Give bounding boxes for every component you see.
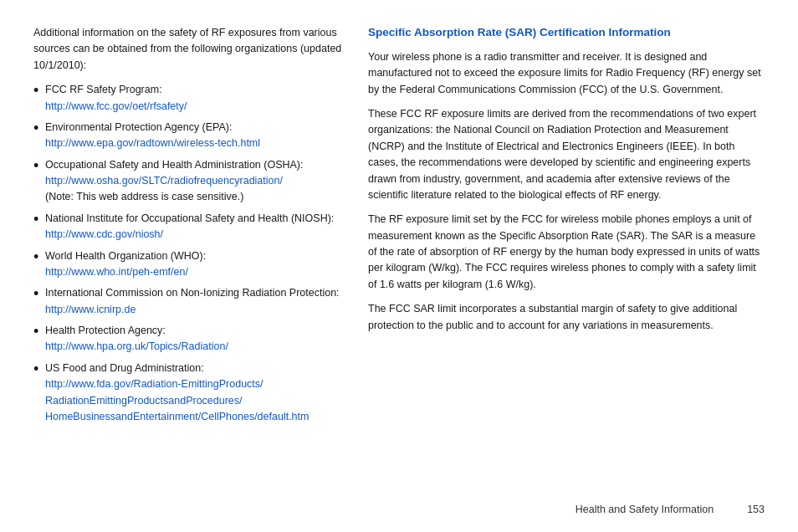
fcc-link[interactable]: http://www.fcc.gov/oet/rfsafety/ (45, 99, 343, 115)
hpa-link[interactable]: http://www.hpa.org.uk/Topics/Radiation/ (45, 339, 343, 355)
bullet-label: Environmental Protection Agency (EPA): (45, 120, 343, 136)
bullet-note: (Note: This web address is case sensitiv… (45, 189, 343, 205)
niosh-link[interactable]: http://www.cdc.gov/niosh/ (45, 227, 343, 243)
list-item: • US Food and Drug Administration: http:… (33, 361, 343, 426)
list-item: • National Institute for Occupational Sa… (33, 211, 343, 243)
bullet-icon: • (33, 120, 45, 136)
right-para-3: The RF exposure limit set by the FCC for… (368, 212, 765, 293)
bullet-label: FCC RF Safety Program: (45, 82, 343, 98)
epa-link[interactable]: http://www.epa.gov/radtown/wireless-tech… (45, 136, 343, 151)
bullet-label: Occupational Safety and Health Administr… (45, 157, 343, 173)
section-title: Specific Absorption Rate (SAR) Certifica… (368, 25, 765, 41)
list-item: • Occupational Safety and Health Adminis… (33, 157, 343, 206)
right-para-4: The FCC SAR limit incorporates a substan… (368, 301, 765, 334)
left-column: Additional information on the safety of … (33, 25, 343, 507)
osha-link[interactable]: http://www.osha.gov/SLTC/radiofrequencyr… (45, 173, 343, 189)
fda-link-2[interactable]: RadiationEmittingProductsandProcedures/ (45, 393, 343, 409)
bullet-label: World Health Organization (WHO): (45, 248, 343, 264)
list-item: • FCC RF Safety Program: http://www.fcc.… (33, 82, 343, 115)
bullet-icon: • (33, 361, 45, 376)
right-para-1: Your wireless phone is a radio transmitt… (368, 49, 765, 98)
bullet-icon: • (33, 83, 45, 98)
intro-text: Additional information on the safety of … (33, 25, 343, 74)
icnirp-link[interactable]: http://www.icnirp.de (45, 302, 343, 318)
bullet-icon: • (33, 249, 45, 264)
list-item: • International Commission on Non-Ionizi… (33, 285, 343, 318)
bullet-label: National Institute for Occupational Safe… (45, 211, 343, 227)
fda-link-3[interactable]: HomeBusinessandEntertainment/CellPhones/… (45, 409, 343, 425)
bullet-label: Health Protection Agency: (45, 323, 343, 339)
page-footer: Health and Safety Information 153 (575, 504, 765, 515)
bullet-icon: • (33, 324, 45, 339)
list-item: • Environmental Protection Agency (EPA):… (33, 120, 343, 152)
bullet-label: US Food and Drug Administration: (45, 361, 343, 376)
fda-link-1[interactable]: http://www.fda.gov/Radiation-EmittingPro… (45, 376, 343, 392)
list-item: • World Health Organization (WHO): http:… (33, 248, 343, 281)
bullet-label: International Commission on Non-Ionizing… (45, 285, 343, 301)
footer-title: Health and Safety Information (575, 504, 714, 515)
who-link[interactable]: http://www.who.int/peh-emf/en/ (45, 264, 343, 280)
list-item: • Health Protection Agency: http://www.h… (33, 323, 343, 356)
bullet-list: • FCC RF Safety Program: http://www.fcc.… (33, 82, 343, 425)
footer-page: 153 (747, 504, 765, 515)
right-column: Specific Absorption Rate (SAR) Certifica… (368, 25, 765, 507)
bullet-icon: • (33, 158, 45, 173)
bullet-icon: • (33, 286, 45, 301)
page-container: Additional information on the safety of … (0, 0, 798, 532)
right-para-2: These FCC RF exposure limits are derived… (368, 106, 765, 203)
bullet-icon: • (33, 212, 45, 227)
